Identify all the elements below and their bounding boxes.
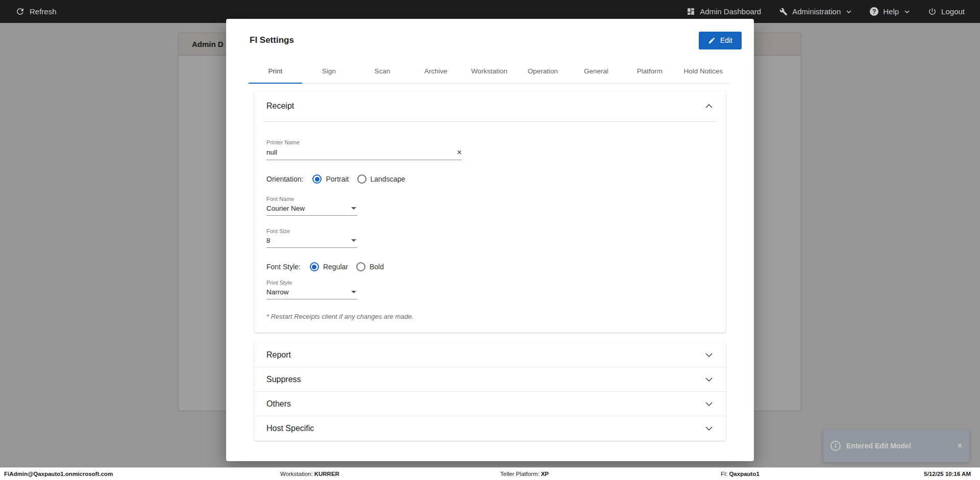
section-suppress[interactable]: Suppress: [254, 367, 726, 392]
tab-scan[interactable]: Scan: [356, 59, 409, 83]
fi-label: FI:: [721, 471, 727, 477]
receipt-section-title: Receipt: [266, 102, 294, 111]
printer-name-label: Printer Name: [266, 139, 462, 145]
chevron-down-icon[interactable]: [705, 377, 713, 382]
statusbar-datetime: 5/12/25 10:16 AM: [924, 468, 971, 480]
tab-workstation[interactable]: Workstation: [462, 59, 516, 83]
receipt-section: Receipt Printer Name null ×: [254, 91, 726, 333]
receipt-section-content: Printer Name null × Orientation: Portrai…: [254, 122, 726, 333]
status-bar: FiAdmin@Qaxpauto1.onmicrosoft.com Workst…: [0, 467, 980, 480]
radio-selected-icon: [312, 174, 322, 184]
fi-value: Qaxpauto1: [729, 471, 759, 477]
refresh-button[interactable]: Refresh: [15, 7, 57, 16]
chevron-down-icon: [904, 10, 910, 13]
orientation-landscape-radio[interactable]: Landscape: [357, 174, 406, 184]
statusbar-fi: FI:Qaxpauto1: [721, 468, 760, 480]
dropdown-arrow-icon: [351, 207, 356, 210]
dropdown-arrow-icon: [351, 291, 356, 293]
tab-general[interactable]: General: [570, 59, 623, 83]
statusbar-workstation: Workstation:KURRER: [280, 468, 339, 480]
font-name-label: Font Name: [266, 196, 357, 202]
refresh-label: Refresh: [30, 7, 57, 16]
restart-note: * Restart Receipts client if any changes…: [266, 313, 714, 320]
tab-platform[interactable]: Platform: [623, 59, 676, 83]
refresh-icon: [15, 7, 25, 16]
dropdown-arrow-icon: [351, 239, 356, 242]
printer-name-value[interactable]: null: [266, 148, 277, 156]
settings-tabs: Print Sign Scan Archive Workstation Oper…: [249, 59, 730, 84]
admin-dashboard-label: Admin Dashboard: [700, 7, 761, 16]
chevron-down-icon[interactable]: [705, 353, 713, 357]
orientation-label: Orientation:: [266, 175, 303, 183]
pencil-icon: [708, 37, 716, 44]
print-style-value: Narrow: [266, 288, 289, 296]
radio-unselected-icon: [357, 174, 366, 184]
font-style-bold-label: Bold: [370, 263, 384, 271]
tab-print[interactable]: Print: [249, 59, 302, 83]
print-style-select[interactable]: Print Style Narrow: [266, 280, 357, 299]
tab-sign[interactable]: Sign: [302, 59, 356, 83]
orientation-field: Orientation: Portrait Landscape: [266, 174, 714, 184]
teller-platform-value: XP: [541, 471, 549, 477]
suppress-section-title: Suppress: [266, 375, 301, 384]
dashboard-grid-icon: [687, 7, 695, 16]
section-host-specific[interactable]: Host Specific: [254, 416, 726, 441]
radio-selected-icon: [310, 262, 319, 271]
tab-archive[interactable]: Archive: [409, 59, 462, 83]
fi-settings-dialog: FI Settings Edit Print Sign Scan Archive…: [226, 19, 754, 461]
toast-close-icon[interactable]: ×: [958, 441, 962, 450]
chevron-down-icon: [846, 10, 851, 13]
screen: Refresh Admin Dashboard Administration: [0, 0, 980, 480]
font-style-bold-radio[interactable]: Bold: [356, 262, 384, 271]
chevron-down-icon[interactable]: [705, 402, 713, 406]
font-size-select[interactable]: Font Size 8: [266, 228, 357, 248]
toast-message: Entered Edit Model: [846, 442, 952, 450]
help-label: Help: [883, 7, 899, 16]
statusbar-teller-platform: Teller Platform:XP: [500, 468, 549, 480]
power-icon: [928, 7, 937, 16]
help-icon: ?: [870, 7, 878, 16]
logout-label: Logout: [941, 7, 965, 16]
font-size-label: Font Size: [266, 228, 357, 234]
settings-panels: Receipt Printer Name null ×: [226, 84, 754, 441]
administration-menu-button[interactable]: Administration: [779, 7, 851, 16]
chevron-up-icon[interactable]: [705, 104, 713, 108]
chevron-down-icon[interactable]: [705, 426, 713, 431]
radio-unselected-icon: [356, 262, 365, 271]
font-style-regular-label: Regular: [323, 263, 348, 271]
printer-name-field[interactable]: Printer Name null ×: [266, 139, 462, 160]
orientation-portrait-label: Portrait: [326, 175, 349, 183]
orientation-portrait-radio[interactable]: Portrait: [312, 174, 349, 184]
logout-button[interactable]: Logout: [928, 7, 965, 16]
dialog-header: FI Settings Edit: [226, 19, 754, 59]
dialog-title: FI Settings: [250, 35, 294, 45]
section-others[interactable]: Others: [254, 392, 726, 416]
tab-hold-notices[interactable]: Hold Notices: [676, 59, 730, 83]
report-section-title: Report: [266, 350, 291, 360]
font-style-regular-radio[interactable]: Regular: [310, 262, 348, 271]
section-report[interactable]: Report: [254, 343, 726, 367]
edit-button-label: Edit: [720, 36, 732, 44]
statusbar-user: FiAdmin@Qaxpauto1.onmicrosoft.com: [4, 468, 113, 480]
collapsed-sections: Report Suppress Others: [254, 343, 726, 441]
font-style-label: Font Style:: [266, 263, 301, 271]
help-menu-button[interactable]: ? Help: [870, 7, 910, 16]
administration-label: Administration: [792, 7, 841, 16]
host-specific-section-title: Host Specific: [266, 424, 314, 433]
print-style-label: Print Style: [266, 280, 357, 286]
workstation-label: Workstation:: [280, 471, 313, 477]
tab-operation[interactable]: Operation: [516, 59, 570, 83]
others-section-title: Others: [266, 399, 291, 409]
workstation-value: KURRER: [314, 471, 339, 477]
edit-button[interactable]: Edit: [699, 32, 742, 49]
font-size-value: 8: [266, 237, 271, 244]
admin-dashboard-button[interactable]: Admin Dashboard: [687, 7, 761, 16]
font-name-select[interactable]: Font Name Courier New: [266, 196, 357, 216]
receipt-section-header[interactable]: Receipt: [254, 91, 726, 121]
font-style-field: Font Style: Regular Bold: [266, 262, 714, 271]
font-name-value: Courier New: [266, 205, 305, 212]
toast-notification: i Entered Edit Model ×: [823, 430, 969, 462]
clear-icon[interactable]: ×: [457, 148, 462, 157]
orientation-landscape-label: Landscape: [371, 175, 406, 183]
wrench-icon: [779, 8, 788, 16]
